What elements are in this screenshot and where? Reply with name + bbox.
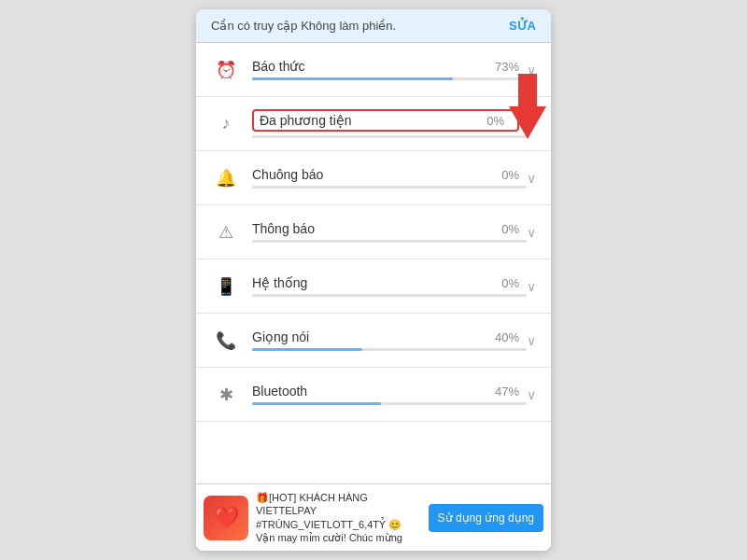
- da-phuong-tien-percent: 0%: [486, 114, 504, 128]
- he-thong-progress-bg: [252, 294, 527, 297]
- he-thong-chevron-icon[interactable]: ∨: [527, 279, 536, 294]
- bao-thuc-icon: ⏰: [211, 60, 241, 80]
- volume-row-bluetooth[interactable]: ✱Bluetooth47%∨: [196, 368, 551, 422]
- chuong-bao-percent: 0%: [501, 168, 519, 182]
- chuong-bao-progress-bg: [252, 186, 527, 189]
- bao-thuc-progress-fill: [252, 77, 453, 80]
- bluetooth-progress-bg: [252, 402, 527, 405]
- giong-noi-chevron-icon[interactable]: ∨: [527, 333, 536, 348]
- he-thong-percent: 0%: [501, 276, 519, 290]
- bluetooth-progress-fill: [252, 402, 381, 405]
- ad-text: 🎁[HOT] KHÁCH HÀNG VIETTELPAY #TRÚNG_VIET…: [256, 491, 421, 544]
- volume-row-giong-noi[interactable]: 📞Giọng nói40%∨: [196, 314, 551, 368]
- volume-list: ⏰Báo thức73%∨ ♪Đa phương tiện0%∨🔔Chuông …: [196, 43, 551, 483]
- bao-thuc-percent: 73%: [495, 60, 519, 74]
- use-app-button[interactable]: Sử dụng ứng dụng: [429, 504, 543, 532]
- volume-row-thong-bao[interactable]: ⚠Thông báo0%∨: [196, 205, 551, 259]
- chuong-bao-label: Chuông báo: [252, 167, 323, 182]
- volume-row-he-thong[interactable]: 📱Hệ thống0%∨: [196, 259, 551, 314]
- volume-row-da-phuong-tien[interactable]: ♪Đa phương tiện0%∨: [196, 97, 551, 151]
- thong-bao-label: Thông báo: [252, 221, 315, 236]
- bao-thuc-progress-bg: [252, 77, 527, 80]
- da-phuong-tien-label: Đa phương tiện: [260, 113, 352, 128]
- chuong-bao-icon: 🔔: [211, 168, 241, 189]
- banner-link[interactable]: SỬA: [509, 19, 536, 33]
- bao-thuc-chevron-icon[interactable]: ∨: [527, 63, 536, 77]
- bao-thuc-label: Báo thức: [252, 59, 304, 74]
- volume-row-chuong-bao[interactable]: 🔔Chuông báo0%∨: [196, 151, 551, 205]
- da-phuong-tien-icon: ♪: [211, 114, 241, 133]
- phone-container: Cần có truy cập Không làm phiền. SỬA ⏰Bá…: [196, 9, 551, 551]
- bluetooth-label: Bluetooth: [252, 384, 307, 399]
- da-phuong-tien-progress-bg: [252, 135, 527, 138]
- thong-bao-chevron-icon[interactable]: ∨: [527, 225, 536, 240]
- banner-text: Cần có truy cập Không làm phiền.: [211, 19, 501, 33]
- thong-bao-progress-bg: [252, 240, 527, 243]
- bottom-ad: ❤️ 🎁[HOT] KHÁCH HÀNG VIETTELPAY #TRÚNG_V…: [196, 483, 551, 551]
- bluetooth-chevron-icon[interactable]: ∨: [527, 387, 536, 402]
- giong-noi-progress-bg: [252, 348, 527, 351]
- he-thong-label: Hệ thống: [252, 275, 307, 290]
- thong-bao-percent: 0%: [501, 222, 519, 236]
- highlighted-label-box: Đa phương tiện0%: [252, 109, 519, 132]
- chuong-bao-chevron-icon[interactable]: ∨: [527, 171, 536, 186]
- giong-noi-progress-fill: [252, 348, 362, 351]
- top-banner: Cần có truy cập Không làm phiền. SỬA: [196, 9, 551, 43]
- ad-icon: ❤️: [204, 496, 248, 540]
- thong-bao-icon: ⚠: [211, 222, 241, 243]
- bluetooth-percent: 47%: [495, 385, 519, 399]
- giong-noi-icon: 📞: [211, 330, 241, 351]
- giong-noi-percent: 40%: [495, 330, 519, 344]
- giong-noi-label: Giọng nói: [252, 329, 309, 344]
- he-thong-icon: 📱: [211, 276, 241, 297]
- bluetooth-icon: ✱: [211, 385, 241, 405]
- volume-row-bao-thuc[interactable]: ⏰Báo thức73%∨: [196, 43, 551, 97]
- da-phuong-tien-chevron-icon[interactable]: ∨: [527, 117, 536, 132]
